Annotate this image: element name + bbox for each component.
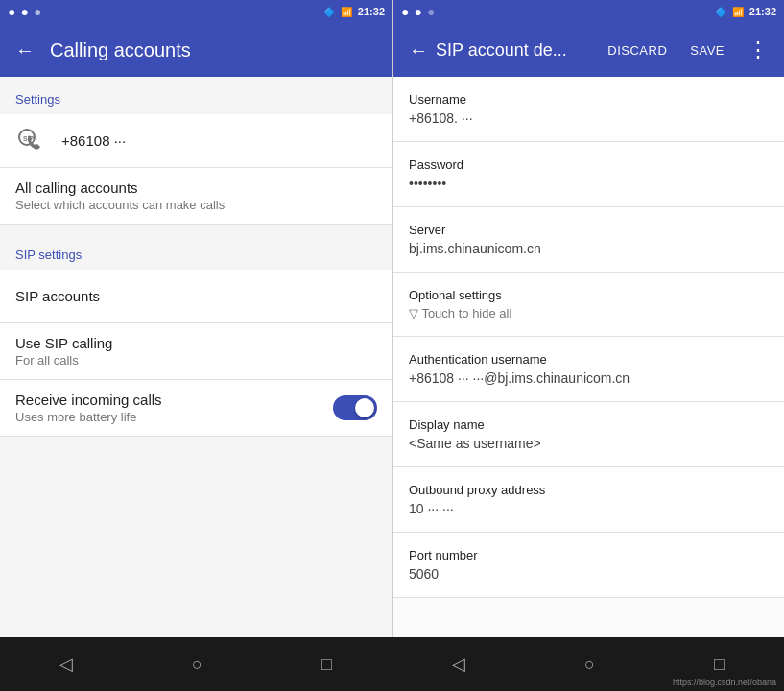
left-recents-nav-button[interactable]: □ [306,647,347,682]
sip-accounts-title: SIP accounts [15,288,377,304]
left-status-bar: ● ● ● 🔷 📶 21:32 [0,0,392,23]
left-home-nav-button[interactable]: ○ [177,647,218,682]
all-calling-accounts-item[interactable]: All calling accounts Select which accoun… [0,168,392,225]
left-content: Settings SIP +86108 ··· All calling ac [0,77,392,637]
display-name-value: <Same as username> [409,436,769,451]
right-content: Username +86108. ··· Password •••••••• S… [393,77,784,637]
account-item[interactable]: SIP +86108 ··· [0,114,392,168]
display-name-field[interactable]: Display name <Same as username> [393,402,784,467]
more-options-button[interactable]: ⋮ [740,34,776,66]
sip-accounts-text: SIP accounts [15,288,377,304]
right-page-title: SIP account de... [436,40,592,60]
all-calling-accounts-subtitle: Select which accounts can make calls [15,198,377,212]
proxy-address-value: 10 ··· ··· [409,501,769,516]
receive-incoming-calls-item[interactable]: Receive incoming calls Uses more battery… [0,380,392,437]
sip-settings-section-label: SIP settings [0,232,392,270]
use-sip-calling-text: Use SIP calling For all calls [15,335,377,368]
sip-phone-icon: SIP [15,128,46,155]
proxy-address-label: Outbound proxy address [409,483,769,497]
port-number-value: 5060 [409,566,769,582]
right-back-nav-button[interactable]: ◁ [437,646,481,682]
account-number-text: +86108 ··· [61,132,377,149]
settings-section-label: Settings [0,77,392,114]
all-calling-accounts-text: All calling accounts Select which accoun… [15,179,377,212]
left-panel: ● ● ● 🔷 📶 21:32 ← Calling accounts Setti… [0,0,392,637]
password-field[interactable]: Password •••••••• [393,142,784,207]
right-status-bar: ● ● ● 🔷 📶 21:32 [393,0,784,23]
optional-settings-label: Optional settings [409,288,769,302]
left-time: 21:32 [358,6,385,17]
left-back-nav-button[interactable]: ◁ [44,646,88,682]
save-button[interactable]: SAVE [682,37,732,63]
receive-incoming-calls-title: Receive incoming calls [15,392,318,408]
all-calling-accounts-title: All calling accounts [15,179,377,196]
server-label: Server [409,223,769,237]
account-number: +86108 ··· [61,132,377,149]
receive-calls-toggle[interactable] [333,395,377,420]
server-value: bj.ims.chinaunicom.cn [409,241,769,256]
port-number-field[interactable]: Port number 5060 [393,533,784,598]
auth-username-value: +86108 ··· ···@bj.ims.chinaunicom.cn [409,370,769,386]
bottom-nav: ◁ ○ □ ◁ ○ □ https://blog.csdn.net/obana [0,637,784,691]
username-field[interactable]: Username +86108. ··· [393,77,784,142]
right-recents-nav-button[interactable]: □ [699,647,740,682]
left-back-button[interactable]: ← [15,39,35,61]
display-name-label: Display name [409,417,769,432]
right-back-button[interactable]: ← [409,39,428,61]
receive-incoming-calls-subtitle: Uses more battery life [15,410,318,424]
right-home-nav-button[interactable]: ○ [569,647,610,682]
optional-settings-field[interactable]: Optional settings ▽ Touch to hide all [393,273,784,337]
auth-username-field[interactable]: Authentication username +86108 ··· ···@b… [393,337,784,402]
port-number-label: Port number [409,548,769,562]
url-bar: https://blog.csdn.net/obana [673,678,776,687]
toggle-thumb [355,398,374,417]
discard-button[interactable]: DISCARD [600,37,675,63]
right-header: ← SIP account de... DISCARD SAVE ⋮ [393,23,784,77]
proxy-address-field[interactable]: Outbound proxy address 10 ··· ··· [393,467,784,533]
right-time: 21:32 [749,6,776,17]
username-label: Username [409,92,769,107]
auth-username-label: Authentication username [409,352,769,367]
password-label: Password [409,157,769,172]
left-bottom-nav: ◁ ○ □ [0,637,392,691]
username-value: +86108. ··· [409,110,769,126]
server-field[interactable]: Server bj.ims.chinaunicom.cn [393,207,784,273]
left-page-title: Calling accounts [50,39,191,61]
receive-incoming-calls-text: Receive incoming calls Uses more battery… [15,392,318,424]
use-sip-calling-item[interactable]: Use SIP calling For all calls [0,323,392,380]
section-gap-1 [0,225,392,232]
use-sip-calling-title: Use SIP calling [15,335,377,351]
right-bottom-nav: ◁ ○ □ https://blog.csdn.net/obana [392,637,784,691]
right-panel: ● ● ● 🔷 📶 21:32 ← SIP account de... DISC… [392,0,784,637]
use-sip-calling-subtitle: For all calls [15,353,377,368]
sip-accounts-item[interactable]: SIP accounts [0,270,392,323]
left-header: ← Calling accounts [0,23,392,77]
password-value: •••••••• [409,176,769,191]
optional-settings-value: ▽ Touch to hide all [409,306,769,321]
